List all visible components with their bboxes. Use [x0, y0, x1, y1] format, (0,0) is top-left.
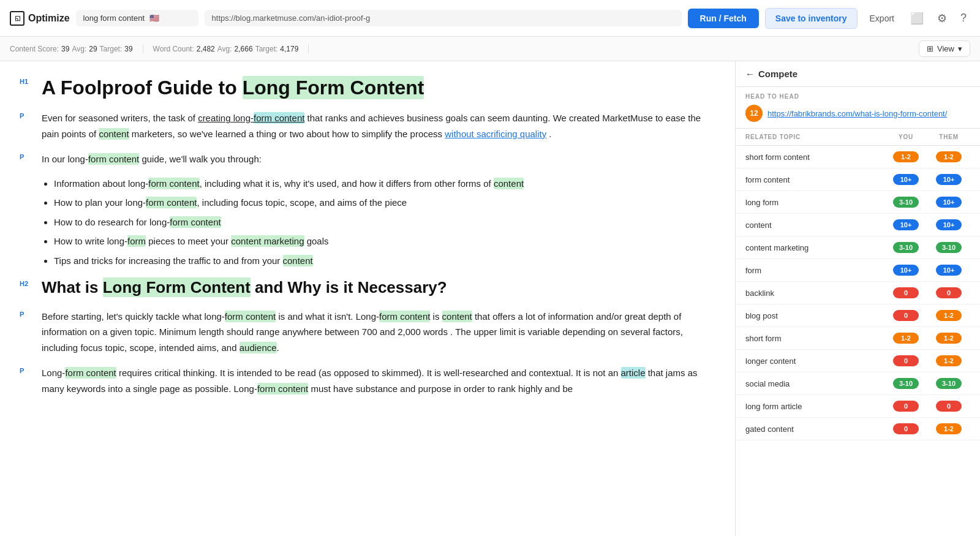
competitor-score-badge: 12 — [745, 105, 763, 122]
word-count-label: Word Count: — [153, 45, 194, 53]
you-pill: 0 — [893, 401, 919, 412]
word-avg-value: 2,666 — [235, 45, 253, 53]
p2-block: P In our long-form content guide, we'll … — [20, 151, 715, 277]
you-pill: 1-2 — [893, 151, 919, 162]
table-row[interactable]: backlink00 — [736, 282, 980, 304]
topic-them-score: 1-2 — [927, 355, 970, 366]
p4-block: P Long-form content requires critical th… — [20, 365, 715, 405]
content-score-group: Content Score: 39 Avg: 29 Target: 39 — [10, 45, 143, 53]
you-pill: 0 — [893, 310, 919, 321]
table-row[interactable]: social media3-103-10 — [736, 372, 980, 395]
word-target-value: 4,179 — [280, 45, 298, 53]
table-row[interactable]: content10+10+ — [736, 214, 980, 236]
settings-icon-button[interactable]: ⚙ — [933, 8, 951, 29]
word-target-label: Target: — [255, 45, 278, 53]
run-fetch-button[interactable]: Run / Fetch — [688, 9, 759, 28]
content-score-label: Content Score: — [10, 45, 59, 53]
p3-label: P — [20, 309, 42, 364]
topic-them-score: 10+ — [927, 265, 970, 276]
avg-label: Avg: — [72, 45, 86, 53]
quality-link[interactable]: without sacrificing quality — [445, 129, 546, 139]
flag-icon: 🇺🇸 — [149, 13, 159, 23]
h1-block: H1 A Foolproof Guide to Long Form Conten… — [20, 76, 715, 109]
content-score-value: 39 — [61, 45, 69, 53]
topic-them-score: 1-2 — [927, 151, 970, 162]
topic-name: long form article — [745, 402, 884, 411]
export-button[interactable]: Export — [864, 10, 900, 27]
p2-label: P — [20, 151, 42, 277]
article-p4[interactable]: Long-form content requires critical thin… — [42, 365, 715, 396]
topic-them-score: 10+ — [927, 197, 970, 208]
table-row[interactable]: gated content01-2 — [736, 418, 980, 440]
them-pill: 3-10 — [936, 242, 962, 253]
view-button[interactable]: ⊞ View ▾ — [919, 40, 970, 57]
topic-you-score: 0 — [884, 401, 927, 412]
word-count-value: 2,482 — [197, 45, 215, 53]
competitor-url-link[interactable]: https://fabrikbrands.com/what-is-long-fo… — [767, 109, 947, 118]
article-p3[interactable]: Before starting, let's quickly tackle wh… — [42, 309, 715, 356]
article-bullets: Information about long-form content, inc… — [54, 176, 715, 269]
you-pill: 3-10 — [893, 197, 919, 208]
topic-name: backlink — [745, 289, 884, 298]
topic-them-score: 1-2 — [927, 333, 970, 344]
p3-block: P Before starting, let's quickly tackle … — [20, 309, 715, 364]
article-h1[interactable]: A Foolproof Guide to Long Form Content — [42, 76, 715, 99]
bullet-2: How to plan your long-form content, incl… — [54, 195, 715, 211]
table-row[interactable]: content marketing3-103-10 — [736, 236, 980, 259]
topic-name: form — [745, 266, 884, 275]
topic-name: social media — [745, 379, 884, 388]
topic-input-area[interactable]: long form content 🇺🇸 — [76, 10, 198, 26]
help-icon-button[interactable]: ? — [957, 8, 970, 28]
url-display[interactable]: https://blog.marketmuse.com/an-idiot-pro… — [205, 10, 682, 26]
document-icon-button[interactable]: ⬜ — [907, 8, 927, 29]
table-row[interactable]: longer content01-2 — [736, 350, 980, 372]
content-editor[interactable]: H1 A Foolproof Guide to Long Form Conten… — [0, 61, 735, 536]
hth-label: HEAD TO HEAD — [745, 93, 970, 100]
table-row[interactable]: long form article00 — [736, 395, 980, 418]
you-pill: 10+ — [893, 265, 919, 276]
topic-name: short form — [745, 334, 884, 343]
p3-body: Before starting, let's quickly tackle wh… — [42, 309, 715, 364]
topics-table-header: RELATED TOPIC YOU THEM — [736, 129, 980, 146]
you-pill: 1-2 — [893, 333, 919, 344]
topbar: ◱ Optimize long form content 🇺🇸 https://… — [0, 0, 980, 37]
topic-you-score: 1-2 — [884, 333, 927, 344]
save-to-inventory-button[interactable]: Save to inventory — [765, 8, 858, 29]
table-row[interactable]: short form1-21-2 — [736, 327, 980, 350]
table-row[interactable]: form10+10+ — [736, 259, 980, 282]
table-row[interactable]: form content10+10+ — [736, 168, 980, 191]
them-pill: 3-10 — [936, 378, 962, 389]
bullet-1: Information about long-form content, inc… — [54, 176, 715, 192]
bullet-4: How to write long-form pieces to meet yo… — [54, 233, 715, 249]
table-row[interactable]: blog post01-2 — [736, 304, 980, 327]
topic-you-score: 0 — [884, 287, 927, 298]
topic-you-score: 3-10 — [884, 242, 927, 253]
bullet-3: How to do research for long-form content — [54, 214, 715, 230]
article-h2[interactable]: What is Long Form Content and Why is it … — [42, 278, 715, 297]
competitor-row: 12 https://fabrikbrands.com/what-is-long… — [745, 105, 970, 122]
table-row[interactable]: long form3-1010+ — [736, 191, 980, 214]
them-pill: 1-2 — [936, 355, 962, 366]
topic-name: long form — [745, 198, 884, 207]
you-pill: 3-10 — [893, 242, 919, 253]
you-pill: 0 — [893, 287, 919, 298]
creating-link[interactable]: creating long-form content — [198, 112, 304, 124]
compete-header[interactable]: ← Compete — [736, 61, 980, 87]
you-pill: 10+ — [893, 219, 919, 230]
topic-name: content — [745, 221, 884, 230]
article-p2[interactable]: In our long-form content guide, we'll wa… — [42, 151, 715, 167]
topic-them-score: 1-2 — [927, 423, 970, 434]
topics-table: short form content1-21-2form content10+1… — [736, 146, 980, 440]
topic-text: long form content — [83, 13, 145, 23]
them-pill: 1-2 — [936, 423, 962, 434]
logo: ◱ Optimize — [10, 11, 70, 26]
them-pill: 1-2 — [936, 310, 962, 321]
table-row[interactable]: short form content1-21-2 — [736, 146, 980, 168]
sidebar: ← Compete HEAD TO HEAD 12 https://fabrik… — [735, 61, 980, 536]
word-avg-label: Avg: — [217, 45, 232, 53]
article-p1[interactable]: Even for seasoned writers, the task of c… — [42, 110, 715, 142]
logo-icon: ◱ — [10, 11, 24, 26]
statsbar: Content Score: 39 Avg: 29 Target: 39 Wor… — [0, 37, 980, 61]
topic-you-score: 0 — [884, 423, 927, 434]
you-pill: 0 — [893, 423, 919, 434]
